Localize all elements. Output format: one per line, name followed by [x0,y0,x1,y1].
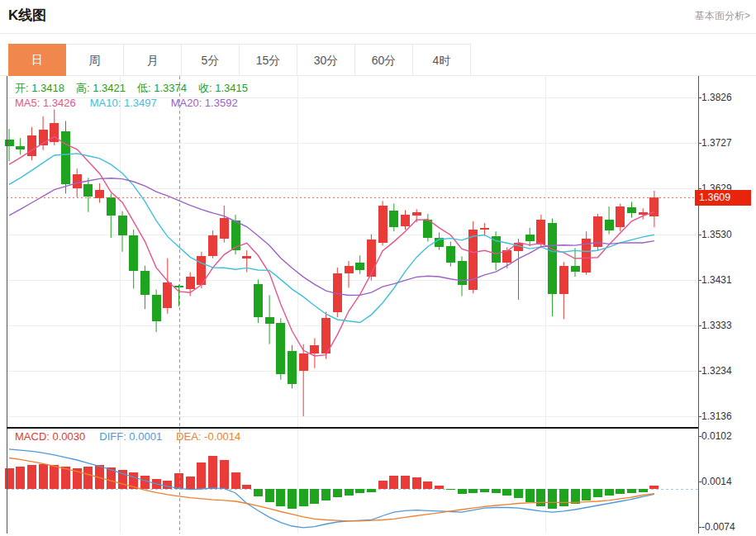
page-title: K线图 [8,6,46,25]
tab-day[interactable]: 日 [8,44,66,76]
kline-chart-canvas[interactable] [0,0,756,536]
tab-m60[interactable]: 60分 [355,44,413,76]
tab-month[interactable]: 月 [124,44,182,76]
tab-m15[interactable]: 15分 [240,44,297,76]
tab-week[interactable]: 周 [66,44,124,76]
period-tabbar: 日周月5分15分30分60分4时 [8,44,471,76]
tab-m5[interactable]: 5分 [182,44,240,76]
fundamental-analysis-link[interactable]: 基本面分析> [695,9,750,23]
tab-m30[interactable]: 30分 [297,44,355,76]
header-divider [0,33,756,34]
tab-h4[interactable]: 4时 [413,44,471,76]
